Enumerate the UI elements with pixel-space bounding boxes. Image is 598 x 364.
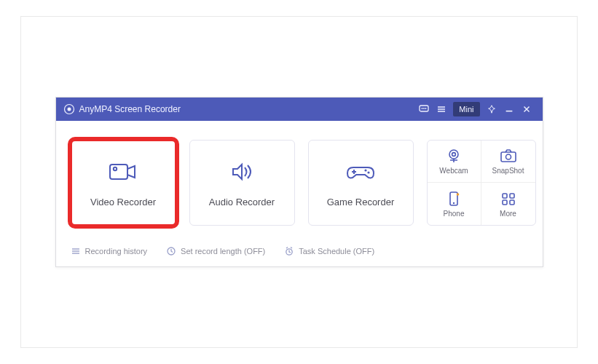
audio-recorder-card[interactable]: Audio Recorder bbox=[189, 140, 295, 226]
audio-recorder-label: Audio Recorder bbox=[209, 197, 275, 207]
side-tools-grid: Webcam SnapShot bbox=[427, 140, 536, 226]
mini-label: Mini bbox=[459, 105, 473, 114]
more-label: More bbox=[500, 210, 516, 218]
svg-point-16 bbox=[364, 169, 366, 171]
speaker-icon bbox=[224, 159, 259, 185]
svg-rect-12 bbox=[110, 165, 127, 179]
close-icon bbox=[522, 104, 532, 114]
svg-point-13 bbox=[114, 167, 117, 170]
svg-point-3 bbox=[422, 108, 423, 109]
speech-bubble-icon bbox=[418, 103, 430, 115]
svg-rect-27 bbox=[503, 200, 507, 205]
grid-icon bbox=[499, 191, 518, 207]
phone-button[interactable]: Phone bbox=[428, 183, 481, 225]
title-bar: AnyMP4 Screen Recorder bbox=[56, 98, 543, 121]
phone-label: Phone bbox=[444, 210, 465, 218]
video-recorder-label: Video Recorder bbox=[90, 197, 156, 207]
menu-button[interactable] bbox=[433, 100, 450, 118]
alarm-icon bbox=[284, 246, 294, 256]
svg-point-5 bbox=[425, 108, 427, 109]
phone-icon bbox=[444, 191, 463, 207]
snapshot-button[interactable]: SnapShot bbox=[481, 141, 535, 183]
app-title: AnyMP4 Screen Recorder bbox=[79, 104, 181, 114]
mini-mode-button[interactable]: Mini bbox=[453, 102, 479, 116]
minimize-button[interactable] bbox=[500, 100, 518, 118]
more-button[interactable]: More bbox=[481, 183, 535, 225]
webcam-icon bbox=[444, 148, 463, 164]
svg-point-21 bbox=[505, 154, 511, 159]
game-recorder-card[interactable]: Game Recorder bbox=[308, 140, 414, 226]
footer-bar: Recording history Set record length (OFF… bbox=[56, 239, 543, 266]
set-record-length-label: Set record length (OFF) bbox=[181, 247, 265, 256]
gamepad-icon bbox=[343, 159, 378, 185]
set-record-length-button[interactable]: Set record length (OFF) bbox=[166, 246, 265, 256]
webcam-button[interactable]: Webcam bbox=[428, 141, 481, 183]
svg-point-23 bbox=[453, 202, 455, 203]
minimize-icon bbox=[504, 104, 514, 114]
recording-history-button[interactable]: Recording history bbox=[71, 246, 148, 256]
svg-point-19 bbox=[452, 153, 456, 157]
video-camera-icon bbox=[106, 159, 141, 185]
menu-icon bbox=[436, 103, 447, 115]
task-schedule-button[interactable]: Task Schedule (OFF) bbox=[284, 246, 374, 256]
close-button[interactable] bbox=[518, 100, 535, 118]
pin-button[interactable] bbox=[483, 100, 500, 118]
game-recorder-label: Game Recorder bbox=[327, 197, 394, 207]
main-panel: Video Recorder Audio Recorder bbox=[56, 121, 543, 239]
svg-point-18 bbox=[449, 150, 458, 159]
recording-history-label: Recording history bbox=[85, 247, 148, 256]
svg-rect-20 bbox=[501, 152, 516, 162]
svg-point-1 bbox=[67, 108, 71, 111]
target-icon bbox=[63, 103, 75, 115]
svg-rect-25 bbox=[503, 194, 507, 198]
clock-icon bbox=[166, 246, 176, 256]
svg-point-4 bbox=[423, 108, 425, 109]
task-schedule-label: Task Schedule (OFF) bbox=[299, 247, 374, 256]
svg-rect-26 bbox=[510, 194, 514, 198]
webcam-label: Webcam bbox=[439, 167, 468, 175]
canvas: AnyMP4 Screen Recorder bbox=[0, 0, 598, 364]
snapshot-label: SnapShot bbox=[492, 167, 524, 175]
feedback-button[interactable] bbox=[415, 100, 433, 118]
svg-point-17 bbox=[367, 171, 369, 173]
camera-icon bbox=[499, 148, 518, 164]
app-logo bbox=[63, 103, 75, 115]
app-window: AnyMP4 Screen Recorder bbox=[56, 98, 543, 266]
list-icon bbox=[71, 246, 81, 256]
app-window-frame: AnyMP4 Screen Recorder bbox=[55, 97, 543, 267]
pin-icon bbox=[487, 104, 497, 114]
video-recorder-card[interactable]: Video Recorder bbox=[71, 140, 176, 226]
svg-point-24 bbox=[457, 193, 460, 196]
svg-rect-28 bbox=[510, 200, 514, 205]
